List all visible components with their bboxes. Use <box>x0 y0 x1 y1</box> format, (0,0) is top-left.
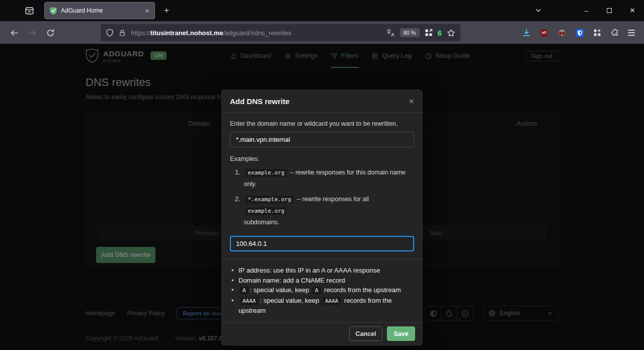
example-code: example.org <box>245 169 287 177</box>
url-scheme: https:// <box>131 29 150 37</box>
examples-list: 1. example.org – rewrite responses for t… <box>230 167 414 228</box>
example-item: 1. example.org – rewrite responses for t… <box>235 167 414 190</box>
window-maximize-button[interactable] <box>598 0 621 21</box>
tracking-protection-shield-icon[interactable] <box>106 29 114 37</box>
extension-count-badge: 6 <box>438 29 442 37</box>
goggles-extension-button[interactable] <box>557 29 567 37</box>
chevron-down-icon <box>535 7 542 14</box>
tab-title: AdGuard Home <box>61 7 140 14</box>
url-host: titusintranet.nohost.me <box>150 29 223 37</box>
forward-button[interactable] <box>24 25 40 41</box>
adguard-page: ADGUARD HOME ON Dashboard <box>0 44 644 350</box>
note-code: A <box>240 287 249 295</box>
back-arrow-icon <box>10 29 19 37</box>
tab-close-icon[interactable]: × <box>144 7 150 15</box>
note-item: IP address: use this IP in an A or AAAA … <box>230 266 414 276</box>
svg-text:uO: uO <box>542 31 546 34</box>
list-tabs-button[interactable] <box>528 0 548 21</box>
modal-divider <box>222 259 422 259</box>
example-number: 1. <box>235 167 240 190</box>
note-code: A <box>312 287 321 295</box>
firefox-view-button[interactable] <box>20 2 38 20</box>
puzzle-piece-icon <box>610 29 619 37</box>
domain-input[interactable] <box>230 132 414 147</box>
example-text: – rewrite responses for all <box>297 196 369 203</box>
answer-input[interactable] <box>230 236 414 251</box>
grid-plus-extension-button[interactable] <box>593 29 601 37</box>
modal-body: Enter the domain name or wildcard you wa… <box>222 113 422 316</box>
note-text: records from the upstream <box>324 286 400 294</box>
note-item: A: special value, keep A records from th… <box>230 285 414 296</box>
new-tab-button[interactable]: + <box>160 4 173 17</box>
save-button[interactable]: Save <box>387 326 415 341</box>
url-path: /adguard/#dns_rewrites <box>223 29 291 37</box>
ublock-extension-button[interactable]: uO <box>540 29 548 37</box>
reload-icon <box>46 29 55 37</box>
examples-title: Examples: <box>230 155 414 162</box>
note-text: : special value, keep <box>260 297 319 304</box>
answer-notes-list: IP address: use this IP in an A or AAAA … <box>230 266 414 316</box>
note-item: Domain name: add a CNAME record <box>230 276 414 286</box>
modal-close-icon[interactable]: × <box>409 97 414 106</box>
translate-icon[interactable]: A <box>386 29 395 37</box>
url-text: https://titusintranet.nohost.me/adguard/… <box>131 29 381 37</box>
browser-window: AdGuard Home × + – × <box>0 0 644 350</box>
domain-field-label: Enter the domain name or wildcard you wa… <box>230 120 414 127</box>
extensions-button[interactable] <box>610 29 619 37</box>
lock-icon[interactable] <box>119 29 126 37</box>
bookmark-star-icon[interactable] <box>447 29 455 37</box>
example-code: example.org <box>245 207 287 215</box>
modal-footer: Cancel Save <box>222 322 422 345</box>
example-code: *.example.org <box>245 196 293 204</box>
downloads-button[interactable] <box>522 29 531 37</box>
example-text: subdomains. <box>244 219 279 226</box>
note-text: : special value, keep <box>250 286 309 294</box>
reload-button[interactable] <box>42 25 58 41</box>
example-item: 2. *.example.org – rewrite responses for… <box>235 194 414 228</box>
bitwarden-extension-button[interactable] <box>576 29 584 37</box>
menu-button[interactable] <box>628 30 635 36</box>
goggles-face-icon <box>557 29 567 37</box>
zoom-level-button[interactable]: 80 % <box>400 28 420 37</box>
grid-plus-icon <box>593 29 601 37</box>
svg-text:A: A <box>391 32 394 37</box>
note-code: AAAA <box>323 297 341 305</box>
back-button[interactable] <box>6 25 22 41</box>
firefox-view-icon <box>25 7 34 15</box>
window-minimize-button[interactable]: – <box>575 0 598 21</box>
bitwarden-shield-icon <box>576 29 584 37</box>
browser-tab[interactable]: AdGuard Home × <box>44 2 155 19</box>
browser-toolbar: https://titusintranet.nohost.me/adguard/… <box>0 21 644 44</box>
example-number: 2. <box>235 194 240 228</box>
note-item: AAAA: special value, keep AAAA records f… <box>230 296 414 316</box>
modal-title: Add DNS rewrite <box>230 97 289 106</box>
add-dns-rewrite-modal: Add DNS rewrite × Enter the domain name … <box>221 90 423 345</box>
url-bar[interactable]: https://titusintranet.nohost.me/adguard/… <box>101 24 460 41</box>
browser-titlebar: AdGuard Home × + – × <box>0 0 644 21</box>
extension-grid-icon[interactable] <box>425 29 433 37</box>
adguard-favicon-icon <box>49 7 57 15</box>
modal-header: Add DNS rewrite × <box>222 90 422 113</box>
maximize-icon <box>607 8 612 13</box>
window-close-button[interactable]: × <box>621 0 644 21</box>
note-code: AAAA <box>240 297 259 305</box>
download-icon <box>522 29 531 37</box>
cancel-button[interactable]: Cancel <box>349 326 382 341</box>
ublock-shield-icon: uO <box>540 29 548 37</box>
forward-arrow-icon <box>28 29 37 37</box>
